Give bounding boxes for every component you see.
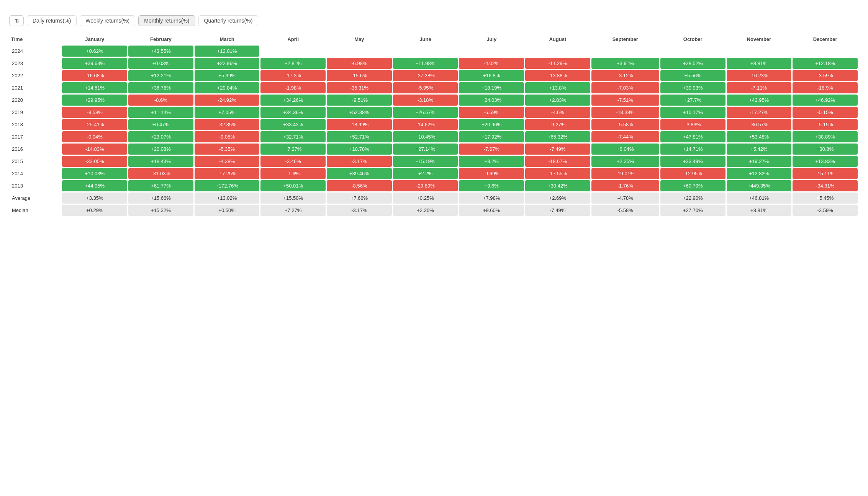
cell-2018-1: +0.47% (128, 119, 193, 130)
table-row: 2024+0.62%+43.55%+12.01% (10, 46, 858, 57)
col-header-december: December (793, 34, 858, 44)
cell-2016-1: +20.08% (128, 144, 193, 155)
cell-2013-7: +30.42% (525, 180, 590, 191)
med-cell-10: +8.81% (727, 205, 792, 216)
tab-btn-1[interactable]: Weekly returns(%) (80, 15, 135, 26)
year-label-2019: 2019 (10, 107, 61, 118)
cell-2023-4: -6.98% (327, 58, 392, 69)
cell-2020-3: +34.26% (260, 95, 326, 106)
cell-2024-1: +43.55% (128, 46, 193, 57)
year-label-2018: 2018 (10, 119, 61, 130)
table-row: 2014+10.03%-31.03%-17.25%-1.6%+39.46%+2.… (10, 168, 858, 179)
cell-2015-2: -4.38% (195, 156, 260, 167)
cell-2015-1: +18.43% (128, 156, 193, 167)
cell-2016-9: +14.71% (660, 144, 726, 155)
cell-2015-0: -33.05% (62, 156, 127, 167)
cell-2016-3: +7.27% (260, 144, 326, 155)
cell-2022-10: -16.23% (727, 70, 792, 81)
cell-2016-8: +6.04% (591, 144, 659, 155)
cell-2022-8: -3.12% (591, 70, 659, 81)
cell-2013-1: +61.77% (128, 180, 193, 191)
cell-2024-2: +12.01% (195, 46, 260, 57)
cell-2014-6: -9.69% (459, 168, 524, 179)
cell-2022-6: +16.8% (459, 70, 524, 81)
cell-2024-7 (525, 46, 590, 57)
cell-2017-9: +47.81% (660, 131, 726, 142)
cell-2017-6: +17.92% (459, 131, 524, 142)
cell-2024-5 (393, 46, 458, 57)
year-label-2023: 2023 (10, 58, 61, 69)
cell-2018-7: -9.27% (525, 119, 590, 130)
cell-2024-3 (260, 46, 326, 57)
cell-2020-0: +29.95% (62, 95, 127, 106)
col-header-may: May (327, 34, 392, 44)
table-row: 2021+14.51%+36.78%+29.84%-1.98%-35.31%-5… (10, 82, 858, 93)
avg-cell-8: -4.78% (591, 193, 659, 204)
avg-cell-3: +15.50% (260, 193, 326, 204)
cell-2019-2: +7.05% (195, 107, 260, 118)
cell-2018-2: -32.85% (195, 119, 260, 130)
cell-2024-0: +0.62% (62, 46, 127, 57)
cell-2017-4: +52.71% (327, 131, 392, 142)
cell-2024-10 (727, 46, 792, 57)
cell-2014-2: -17.25% (195, 168, 260, 179)
col-header-november: November (727, 34, 792, 44)
col-header-september: September (591, 34, 659, 44)
cell-2018-3: +33.43% (260, 119, 326, 130)
cell-2019-0: -8.58% (62, 107, 127, 118)
col-header-august: August (525, 34, 590, 44)
cell-2024-4 (327, 46, 392, 57)
cell-2017-0: -0.04% (62, 131, 127, 142)
cell-2013-2: +172.76% (195, 180, 260, 191)
cell-2013-5: -29.89% (393, 180, 458, 191)
avg-cell-5: +0.25% (393, 193, 458, 204)
tab-btn-0[interactable]: Daily returns(%) (27, 15, 77, 26)
col-header-april: April (260, 34, 326, 44)
cell-2022-3: -17.3% (260, 70, 326, 81)
cell-2020-9: +27.7% (660, 95, 726, 106)
cell-2015-4: -3.17% (327, 156, 392, 167)
tab-btn-2[interactable]: Monthly returns(%) (138, 15, 195, 26)
tab-btn-3[interactable]: Quarterly returns(%) (198, 15, 259, 26)
cell-2023-5: +11.98% (393, 58, 458, 69)
cell-2018-8: -5.58% (591, 119, 659, 130)
tab-container: Daily returns(%)Weekly returns(%)Monthly… (27, 15, 258, 26)
table-row: 2016-14.83%+20.08%-5.35%+7.27%+18.78%+27… (10, 144, 858, 155)
cell-2022-4: -15.6% (327, 70, 392, 81)
cell-2024-11 (793, 46, 858, 57)
cell-2019-3: +34.36% (260, 107, 326, 118)
cell-2016-0: -14.83% (62, 144, 127, 155)
btc-selector[interactable]: ⇅ (9, 15, 24, 26)
cell-2020-4: +9.51% (327, 95, 392, 106)
average-label: Average (10, 193, 61, 204)
cell-2017-10: +53.48% (727, 131, 792, 142)
cell-2020-1: -8.6% (128, 95, 193, 106)
avg-cell-10: +46.81% (727, 193, 792, 204)
cell-2021-0: +14.51% (62, 82, 127, 93)
cell-2019-1: +11.14% (128, 107, 193, 118)
med-cell-8: -5.58% (591, 205, 659, 216)
cell-2013-9: +60.79% (660, 180, 726, 191)
year-label-2017: 2017 (10, 131, 61, 142)
table-row: 2019-8.58%+11.14%+7.05%+34.36%+52.38%+26… (10, 107, 858, 118)
cell-2017-5: +10.45% (393, 131, 458, 142)
avg-cell-6: +7.98% (459, 193, 524, 204)
cell-2015-5: +15.19% (393, 156, 458, 167)
cell-2016-2: -5.35% (195, 144, 260, 155)
col-header-february: February (128, 34, 193, 44)
cell-2018-0: -25.41% (62, 119, 127, 130)
cell-2015-3: -3.46% (260, 156, 326, 167)
year-label-2015: 2015 (10, 156, 61, 167)
col-header-march: March (195, 34, 260, 44)
median-label: Median (10, 205, 61, 216)
med-cell-5: +2.20% (393, 205, 458, 216)
avg-cell-11: +5.45% (793, 193, 858, 204)
cell-2022-0: -16.68% (62, 70, 127, 81)
cell-2017-11: +38.89% (793, 131, 858, 142)
cell-2015-7: -18.67% (525, 156, 590, 167)
cell-2023-9: +28.52% (660, 58, 726, 69)
cell-2019-4: +52.38% (327, 107, 392, 118)
cell-2023-1: +0.03% (128, 58, 193, 69)
cell-2022-11: -3.59% (793, 70, 858, 81)
returns-table-wrap: TimeJanuaryFebruaryMarchAprilMayJuneJuly… (9, 33, 859, 217)
